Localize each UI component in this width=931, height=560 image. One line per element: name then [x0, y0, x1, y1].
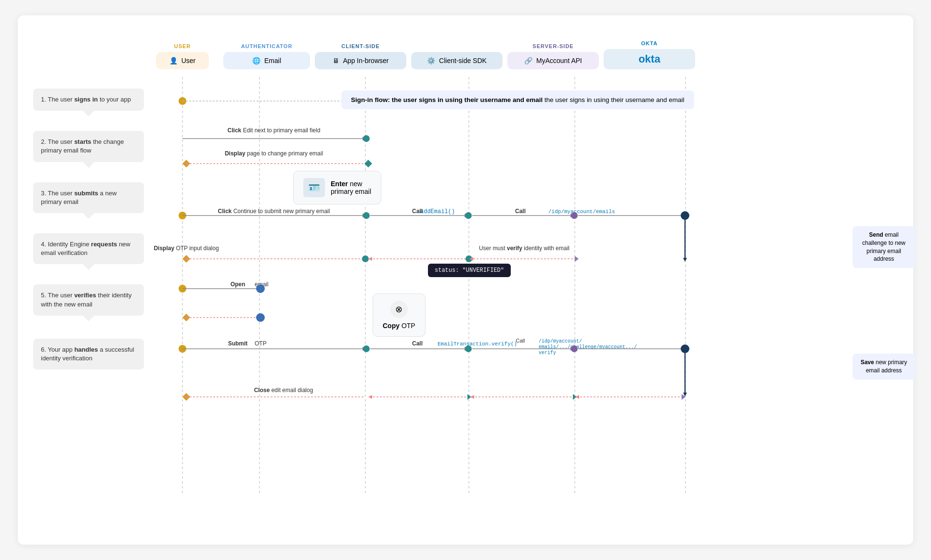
svg-point-56 — [256, 284, 265, 293]
form-icon: 🪪 — [303, 178, 325, 197]
svg-point-23 — [363, 212, 370, 219]
col-okta-card: okta — [604, 49, 695, 69]
col-auth-label: AUTHENTICATOR — [241, 43, 293, 49]
svg-point-42 — [362, 255, 369, 262]
svg-point-60 — [256, 313, 265, 322]
svg-marker-44 — [368, 257, 372, 261]
save-email-box: Save new primary email address — [853, 354, 915, 380]
svg-text:Click
           Edit next to : Click Edit next to primary email field — [228, 127, 321, 134]
gear-icon: ⚙️ — [427, 57, 435, 64]
step5-label: 5. The user verifies their identity with… — [33, 284, 144, 315]
monitor-icon: 🖥 — [333, 57, 339, 64]
col-client-card: 🖥 App In-browser — [315, 52, 406, 69]
svg-marker-87 — [368, 395, 372, 399]
svg-text:Close edit email dialog: Close edit email dialog — [254, 387, 313, 394]
svg-text:Click
           Continue to s: Click Continue to submit new primary ema… — [218, 208, 330, 215]
svg-text:/idp/myaccount/: /idp/myaccount/ — [539, 339, 582, 344]
svg-point-36 — [681, 211, 689, 220]
step6-label: 6. Your app handles a successful identit… — [33, 339, 144, 369]
col-user: USER 👤 User — [154, 43, 211, 69]
step1-label: 1. The user signs in to your app — [33, 89, 144, 111]
copy-icon: ⊗ — [390, 301, 408, 318]
col-api-label: SERVER-SIDE — [532, 43, 573, 49]
svg-point-33 — [571, 212, 578, 219]
sidebar: 1. The user signs in to your app 2. The … — [33, 31, 144, 525]
col-client-label: CLIENT-SIDE — [341, 43, 379, 49]
svg-point-66 — [363, 345, 370, 352]
svg-text:Call: Call — [412, 340, 423, 347]
enter-email-box: 🪪 Enter newprimary email — [293, 171, 381, 204]
step3-label: 3. The user submits a new primary email — [33, 182, 144, 213]
svg-point-71 — [465, 345, 472, 352]
col-sdk: ⚙️ Client-side SDK — [409, 49, 505, 69]
col-api-card: 🔗 MyAccount API — [507, 52, 599, 69]
svg-point-81 — [681, 344, 689, 353]
column-headers: USER 👤 User AUTHENTICATOR 🌐 Email CLIENT… — [154, 31, 924, 69]
col-user-label: USER — [174, 43, 191, 49]
svg-text:Call: Call — [515, 208, 526, 215]
svg-text:Submit: Submit — [228, 340, 248, 347]
signin-flow-box: Sign-in flow: the user signs in using th… — [341, 90, 694, 109]
col-client: CLIENT-SIDE 🖥 App In-browser — [312, 43, 409, 69]
svg-text:verify: verify — [539, 350, 556, 356]
col-auth: AUTHENTICATOR 🌐 Email — [221, 43, 312, 69]
svg-text:addEmail(): addEmail() — [420, 208, 455, 215]
svg-point-13 — [363, 135, 370, 142]
svg-text:/idp/myaccount/emails: /idp/myaccount/emails — [548, 209, 615, 215]
send-email-box: Send email challenge to new primary emai… — [853, 226, 915, 268]
svg-marker-48 — [575, 256, 579, 262]
svg-marker-50 — [683, 258, 687, 262]
main-container: 1. The user signs in to your app 2. The … — [18, 15, 913, 545]
sequence-svg: Click Edit next to primary email field D… — [154, 77, 924, 496]
sequence-diagram: USER 👤 User AUTHENTICATOR 🌐 Email CLIENT… — [144, 31, 924, 525]
svg-text:OTP: OTP — [255, 340, 267, 347]
col-api: SERVER-SIDE 🔗 MyAccount API — [505, 43, 601, 69]
diagram-svg-wrapper: Click Edit next to primary email field D… — [154, 77, 924, 497]
svg-text:EmailTransaction.verify(): EmailTransaction.verify() — [438, 341, 517, 347]
col-okta-label: OKTA — [641, 40, 658, 46]
svg-text:Display OTP input dialog: Display OTP input dialog — [154, 245, 219, 252]
step4-label: 4. Identity Engine requests new email ve… — [33, 233, 144, 264]
svg-marker-90 — [470, 395, 474, 399]
copy-otp-box: ⊗ Copy OTP — [373, 293, 426, 337]
svg-text:Display
           page to cha: Display page to change primary email — [225, 150, 323, 157]
col-sdk-card: ⚙️ Client-side SDK — [411, 52, 503, 69]
svg-text:Open: Open — [231, 281, 246, 288]
svg-point-78 — [571, 345, 578, 352]
col-auth-card: 🌐 Email — [223, 52, 310, 69]
col-user-card: 👤 User — [156, 52, 209, 69]
step2-label: 2. The user starts the change primary em… — [33, 131, 144, 162]
svg-text:Call: Call — [516, 338, 525, 344]
svg-point-28 — [465, 212, 472, 219]
svg-text:User must verify identity with: User must verify identity with email — [479, 245, 569, 252]
globe-icon: 🌐 — [252, 57, 260, 64]
api-icon: 🔗 — [524, 57, 532, 64]
svg-marker-93 — [575, 395, 579, 399]
unverified-status-box: status: "UNVERIFIED" — [428, 264, 511, 277]
col-okta: OKTA okta — [601, 40, 698, 69]
user-icon: 👤 — [169, 57, 178, 64]
